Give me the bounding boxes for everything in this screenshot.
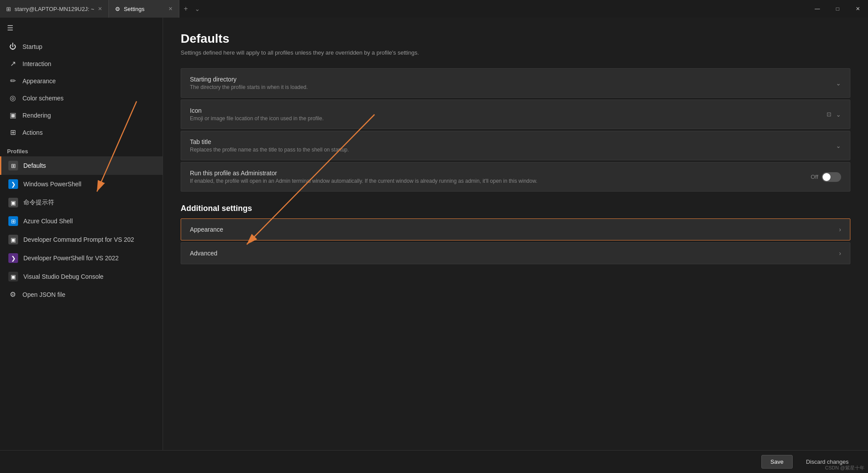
hamburger-menu[interactable]: ☰: [0, 18, 163, 38]
tab-bar: ⊞ starry@LAPTOP-MN129U2J: ~ ✕ ⚙ Settings…: [0, 0, 807, 18]
new-tab-button[interactable]: +: [179, 5, 192, 13]
json-icon: ⚙: [8, 290, 17, 299]
setting-title: Icon: [190, 107, 827, 114]
tab-terminal[interactable]: ⊞ starry@LAPTOP-MN129U2J: ~ ✕: [0, 0, 109, 18]
setting-desc: If enabled, the profile will open in an …: [190, 178, 811, 184]
setting-row-run-as-admin[interactable]: Run this profile as Administrator If ena…: [181, 162, 850, 192]
setting-row-icon[interactable]: Icon Emoji or image file location of the…: [181, 100, 850, 129]
sidebar-profile-dev-command-prompt[interactable]: ▣ Developer Command Prompt for VS 202: [0, 230, 163, 249]
sidebar-item-appearance[interactable]: ✏ Appearance: [0, 72, 163, 89]
settings-rows: Starting directory The directory the pro…: [181, 68, 850, 192]
setting-title: Run this profile as Administrator: [190, 170, 811, 177]
setting-row-right: ⌄: [836, 142, 841, 149]
sidebar-interaction-label: Interaction: [22, 60, 51, 67]
interaction-icon: ↗: [8, 59, 17, 68]
profile-dev-command-prompt-label: Developer Command Prompt for VS 202: [23, 236, 134, 243]
profile-windows-powershell-label: Windows PowerShell: [23, 181, 82, 188]
sidebar-startup-label: Startup: [22, 43, 42, 50]
open-json-label: Open JSON file: [22, 291, 65, 298]
profile-dev-powershell-label: Developer PowerShell for VS 2022: [23, 255, 119, 262]
setting-title: Tab title: [190, 138, 836, 145]
open-json-item[interactable]: ⚙ Open JSON file: [0, 286, 163, 303]
chevron-right-icon: ›: [839, 250, 841, 257]
setting-title: Starting directory: [190, 76, 836, 83]
tab-terminal-close[interactable]: ✕: [98, 6, 102, 12]
watermark: CSDN @紫星十年: [825, 465, 864, 471]
setting-row-left: Starting directory The directory the pro…: [190, 76, 836, 90]
tab-dropdown-button[interactable]: ⌄: [192, 5, 203, 12]
main-layout: ☰ ⏻ Startup ↗ Interaction ✏ Appearance ◎…: [0, 18, 868, 450]
windows-powershell-icon: ❯: [8, 179, 18, 189]
footer: Save Discard changes: [0, 450, 868, 473]
chevron-icon: ⌄: [836, 142, 841, 149]
profile-cmd-label: 命令提示符: [23, 199, 54, 207]
content-area: Defaults Settings defined here will appl…: [163, 18, 868, 450]
icon-button[interactable]: ⊡: [827, 111, 831, 118]
tab-terminal-label: starry@LAPTOP-MN129U2J: ~: [15, 6, 94, 12]
sidebar-profile-defaults[interactable]: ⊞ Defaults: [0, 156, 163, 175]
titlebar: ⊞ starry@LAPTOP-MN129U2J: ~ ✕ ⚙ Settings…: [0, 0, 868, 18]
sidebar-profile-dev-powershell[interactable]: ❯ Developer PowerShell for VS 2022: [0, 249, 163, 267]
dev-command-prompt-icon: ▣: [8, 235, 18, 244]
sidebar-actions-label: Actions: [22, 129, 43, 136]
minimize-button[interactable]: —: [807, 0, 827, 18]
additional-row-title: Advanced: [190, 250, 217, 257]
profiles-list: ⊞ Defaults ❯ Windows PowerShell ▣ 命令提示符 …: [0, 156, 163, 286]
sidebar-profile-cmd[interactable]: ▣ 命令提示符: [0, 193, 163, 212]
profiles-section-label: Profiles: [0, 141, 163, 156]
defaults-icon: ⊞: [8, 161, 18, 170]
setting-desc: The directory the profile starts in when…: [190, 84, 836, 90]
setting-row-left: Run this profile as Administrator If ena…: [190, 170, 811, 184]
sidebar-profile-azure-cloud-shell[interactable]: ⊞ Azure Cloud Shell: [0, 212, 163, 230]
appearance-icon: ✏: [8, 77, 17, 85]
maximize-button[interactable]: □: [827, 0, 848, 18]
setting-row-tab-title[interactable]: Tab title Replaces the profile name as t…: [181, 131, 850, 160]
additional-row-appearance[interactable]: Appearance ›: [181, 218, 850, 240]
setting-row-right: ⊡ ⌄: [827, 111, 841, 118]
settings-tab-icon: ⚙: [115, 6, 120, 12]
startup-icon: ⏻: [8, 43, 17, 51]
close-button[interactable]: ✕: [848, 0, 868, 18]
tab-settings-label: Settings: [124, 6, 145, 12]
profile-vs-debug-label: Visual Studio Debug Console: [23, 273, 104, 280]
setting-row-right: ⌄: [836, 80, 841, 87]
additional-row-title: Appearance: [190, 226, 223, 233]
save-button[interactable]: Save: [761, 455, 793, 469]
chevron-icon: ⌄: [836, 80, 841, 87]
sidebar-item-interaction[interactable]: ↗ Interaction: [0, 55, 163, 72]
chevron-icon: ⌄: [836, 111, 841, 118]
setting-row-left: Tab title Replaces the profile name as t…: [190, 138, 836, 153]
sidebar-profile-windows-powershell[interactable]: ❯ Windows PowerShell: [0, 175, 163, 193]
additional-rows: Appearance › Advanced ›: [181, 218, 850, 264]
window-controls: — □ ✕: [807, 0, 868, 18]
profile-azure-cloud-shell-label: Azure Cloud Shell: [23, 218, 73, 225]
toggle-label: Off: [811, 174, 818, 180]
vs-debug-icon: ▣: [8, 272, 18, 281]
sidebar-rendering-label: Rendering: [22, 112, 51, 119]
toggle-switch[interactable]: [822, 172, 841, 182]
setting-row-starting-directory[interactable]: Starting directory The directory the pro…: [181, 68, 850, 98]
sidebar-profile-vs-debug[interactable]: ▣ Visual Studio Debug Console: [0, 267, 163, 286]
azure-cloud-shell-icon: ⊞: [8, 216, 18, 226]
tab-settings[interactable]: ⚙ Settings ✕: [109, 0, 179, 18]
page-title: Defaults: [181, 32, 850, 46]
setting-desc: Replaces the profile name as the title t…: [190, 147, 836, 153]
rendering-icon: ▣: [8, 111, 17, 119]
actions-icon: ⊞: [8, 128, 17, 137]
additional-row-advanced[interactable]: Advanced ›: [181, 242, 850, 264]
profile-defaults-label: Defaults: [23, 162, 46, 169]
terminal-icon: ⊞: [6, 6, 11, 12]
setting-desc: Emoji or image file location of the icon…: [190, 115, 827, 122]
sidebar-item-actions[interactable]: ⊞ Actions: [0, 124, 163, 141]
page-subtitle: Settings defined here will apply to all …: [181, 49, 850, 56]
cmd-icon: ▣: [8, 198, 18, 207]
sidebar-item-rendering[interactable]: ▣ Rendering: [0, 107, 163, 124]
setting-row-right: Off: [811, 172, 841, 182]
sidebar-appearance-label: Appearance: [22, 78, 56, 85]
setting-row-left: Icon Emoji or image file location of the…: [190, 107, 827, 122]
sidebar-item-color-schemes[interactable]: ◎ Color schemes: [0, 89, 163, 107]
sidebar: ☰ ⏻ Startup ↗ Interaction ✏ Appearance ◎…: [0, 18, 163, 450]
chevron-right-icon: ›: [839, 226, 841, 233]
tab-settings-close[interactable]: ✕: [168, 6, 173, 12]
sidebar-item-startup[interactable]: ⏻ Startup: [0, 38, 163, 55]
